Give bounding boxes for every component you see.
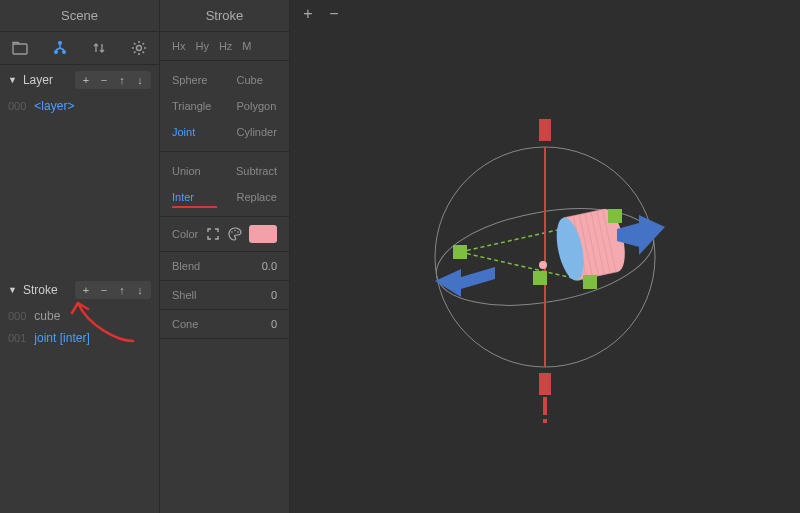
svg-rect-25 <box>543 419 547 423</box>
cone-label: Cone <box>172 318 265 330</box>
stroke-section-buttons: + − ↑ ↓ <box>75 281 151 299</box>
shape-sphere[interactable]: Sphere <box>160 67 225 93</box>
shell-value: 0 <box>271 289 277 301</box>
stroke-down-button[interactable]: ↓ <box>133 283 147 297</box>
color-row: Color <box>160 217 289 252</box>
stroke-section-header[interactable]: ▼ Stroke + − ↑ ↓ <box>0 275 159 305</box>
shape-triangle[interactable]: Triangle <box>160 93 225 119</box>
svg-rect-24 <box>543 397 547 415</box>
gizmo-handle[interactable] <box>583 275 597 289</box>
layer-section-label: Layer <box>23 73 69 87</box>
shape-cylinder[interactable]: Cylinder <box>225 119 290 145</box>
palette-icon[interactable] <box>227 226 243 242</box>
hatch-hy[interactable]: Hy <box>195 40 208 52</box>
gizmo-handle[interactable] <box>533 271 547 285</box>
list-item[interactable]: 000 <layer> <box>0 95 159 117</box>
gizmo-x-axis[interactable] <box>435 215 665 297</box>
folder-icon[interactable] <box>12 40 28 56</box>
stroke-remove-button[interactable]: − <box>97 283 111 297</box>
svg-rect-0 <box>13 44 27 54</box>
shape-grid: Sphere Cube Triangle Polygon Joint Cylin… <box>160 61 289 152</box>
chevron-down-icon: ▼ <box>8 75 17 85</box>
viewport-add-button[interactable]: + <box>300 6 316 22</box>
viewport-toolbar: + − <box>300 6 342 22</box>
hatch-hz[interactable]: Hz <box>219 40 232 52</box>
scene-panel-title: Scene <box>0 0 159 32</box>
updown-icon[interactable] <box>91 40 107 56</box>
op-replace[interactable]: Replace <box>225 184 290 210</box>
hatch-m[interactable]: M <box>242 40 251 52</box>
svg-point-7 <box>237 231 239 233</box>
stroke-up-button[interactable]: ↑ <box>115 283 129 297</box>
layer-down-button[interactable]: ↓ <box>133 73 147 87</box>
list-item[interactable]: 001 joint [inter] <box>0 327 159 349</box>
shell-label: Shell <box>172 289 265 301</box>
svg-point-23 <box>539 261 547 269</box>
svg-point-4 <box>136 46 141 51</box>
stroke-add-button[interactable]: + <box>79 283 93 297</box>
cone-row[interactable]: Cone 0 <box>160 310 289 339</box>
warning-icon <box>543 397 547 423</box>
gear-icon[interactable] <box>131 40 147 56</box>
color-swatch[interactable] <box>249 225 277 243</box>
svg-point-3 <box>62 50 66 54</box>
gizmo-y-pos-handle[interactable] <box>539 119 551 141</box>
op-grid: Union Subtract Inter Replace <box>160 152 289 217</box>
blend-row[interactable]: Blend 0.0 <box>160 252 289 281</box>
hatch-row: Hx Hy Hz M <box>160 32 289 61</box>
svg-point-2 <box>54 50 58 54</box>
hierarchy-icon[interactable] <box>52 40 68 56</box>
blend-value: 0.0 <box>262 260 277 272</box>
hatch-hx[interactable]: Hx <box>172 40 185 52</box>
stroke-list: 000 cube 001 joint [inter] <box>0 305 159 349</box>
gizmo-y-neg-handle[interactable] <box>539 373 551 395</box>
layer-section-header[interactable]: ▼ Layer + − ↑ ↓ <box>0 65 159 95</box>
op-inter[interactable]: Inter <box>160 184 225 210</box>
stroke-properties-panel: Stroke Hx Hy Hz M Sphere Cube Triangle P… <box>160 0 290 513</box>
shape-polygon[interactable]: Polygon <box>225 93 290 119</box>
gizmo-handle[interactable] <box>608 209 622 223</box>
blend-label: Blend <box>172 260 256 272</box>
scene-panel: Scene ▼ Layer + − ↑ ↓ 000 <layer> ▼ S <box>0 0 160 513</box>
layer-section-buttons: + − ↑ ↓ <box>75 71 151 89</box>
svg-marker-21 <box>435 267 495 297</box>
viewport-remove-button[interactable]: − <box>326 6 342 22</box>
svg-point-6 <box>234 230 236 232</box>
stroke-section-label: Stroke <box>23 283 69 297</box>
list-item[interactable]: 000 cube <box>0 305 159 327</box>
cone-value: 0 <box>271 318 277 330</box>
layer-up-button[interactable]: ↑ <box>115 73 129 87</box>
layer-list: 000 <layer> <box>0 95 159 275</box>
fullscreen-icon[interactable] <box>205 226 221 242</box>
shape-joint[interactable]: Joint <box>160 119 225 145</box>
layer-remove-button[interactable]: − <box>97 73 111 87</box>
svg-point-1 <box>58 41 62 45</box>
shell-row[interactable]: Shell 0 <box>160 281 289 310</box>
3d-gizmo[interactable] <box>365 57 725 457</box>
op-union[interactable]: Union <box>160 158 224 184</box>
chevron-down-icon: ▼ <box>8 285 17 295</box>
scene-toolbar <box>0 32 159 65</box>
layer-add-button[interactable]: + <box>79 73 93 87</box>
op-subtract[interactable]: Subtract <box>224 158 289 184</box>
svg-point-5 <box>231 231 233 233</box>
shape-cube[interactable]: Cube <box>225 67 290 93</box>
color-label: Color <box>172 228 199 240</box>
gizmo-handle[interactable] <box>453 245 467 259</box>
stroke-panel-title: Stroke <box>160 0 289 32</box>
viewport[interactable]: + − <box>290 0 800 513</box>
